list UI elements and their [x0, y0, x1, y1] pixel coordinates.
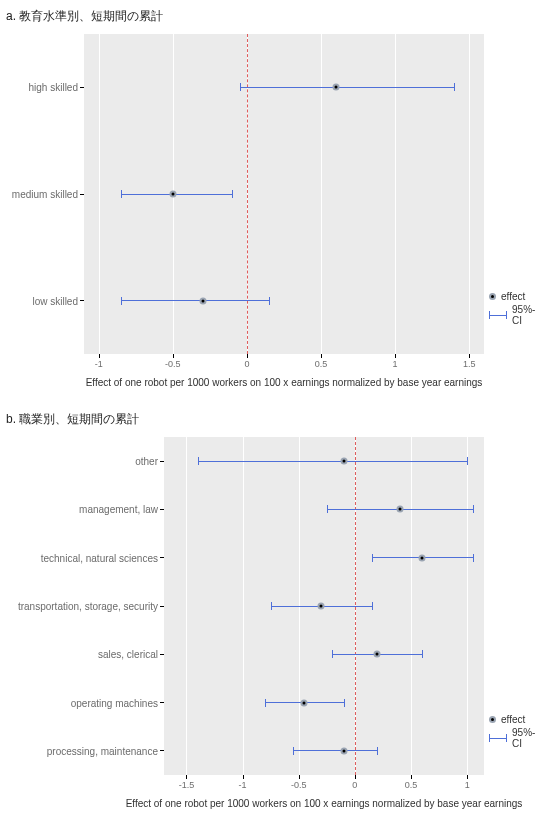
- ci-bar: [121, 300, 269, 301]
- gridline: [243, 437, 244, 775]
- x-axis-title-a: Effect of one robot per 1000 workers on …: [86, 377, 483, 388]
- x-tick-label: -1: [239, 780, 247, 790]
- category-label: low skilled: [32, 295, 84, 306]
- legend-effect-label: effect: [501, 714, 525, 725]
- legend-ci-label: 95%-CI: [512, 727, 539, 749]
- effect-point: [169, 191, 176, 198]
- chart-education: high skilledmedium skilledlow skilled -1…: [4, 29, 534, 399]
- reference-line: [247, 34, 248, 354]
- legend-effect-a: effect: [489, 291, 539, 302]
- category-label: medium skilled: [12, 189, 84, 200]
- ci-cap: [473, 505, 474, 513]
- ci-bar: [121, 194, 232, 195]
- y-tick: [160, 750, 164, 751]
- ci-cap: [422, 650, 423, 658]
- x-tick-label: -1.5: [179, 780, 195, 790]
- ci-cap: [344, 699, 345, 707]
- ci-bar: [293, 750, 377, 751]
- effect-point: [374, 651, 381, 658]
- y-tick: [80, 87, 84, 88]
- category-label: sales, clerical: [98, 649, 164, 660]
- category-label: transportation, storage, security: [18, 601, 164, 612]
- y-tick: [160, 654, 164, 655]
- ci-cap: [121, 297, 122, 305]
- x-tick-label: 0.5: [315, 359, 328, 369]
- x-tick-label: 1: [465, 780, 470, 790]
- ci-cap: [232, 190, 233, 198]
- x-tick: [186, 775, 187, 779]
- x-tick: [99, 354, 100, 358]
- ci-cap: [467, 457, 468, 465]
- ci-cap: [265, 699, 266, 707]
- y-tick: [160, 702, 164, 703]
- ci-cap: [377, 747, 378, 755]
- effect-point: [301, 699, 308, 706]
- y-tick: [160, 461, 164, 462]
- gridline: [467, 437, 468, 775]
- legend-b: effect 95%-CI: [489, 712, 539, 751]
- effect-point: [419, 554, 426, 561]
- x-tick-label: -1: [95, 359, 103, 369]
- x-tick-label: 1.5: [463, 359, 476, 369]
- ci-cap: [454, 83, 455, 91]
- point-icon: [489, 293, 496, 300]
- x-tick-label: 0: [352, 780, 357, 790]
- ci-cap: [372, 602, 373, 610]
- gridline: [469, 34, 470, 354]
- gridline: [395, 34, 396, 354]
- effect-point: [318, 603, 325, 610]
- y-tick: [160, 606, 164, 607]
- category-label: management, law: [79, 504, 164, 515]
- ci-cap: [269, 297, 270, 305]
- errorbar-icon: [489, 738, 507, 739]
- ci-cap: [473, 554, 474, 562]
- legend-effect-label: effect: [501, 291, 525, 302]
- x-tick: [321, 354, 322, 358]
- x-tick-label: -0.5: [291, 780, 307, 790]
- effect-point: [340, 458, 347, 465]
- y-tick: [160, 509, 164, 510]
- x-tick-label: -0.5: [165, 359, 181, 369]
- x-tick: [243, 775, 244, 779]
- x-tick: [247, 354, 248, 358]
- x-axis-title-b: Effect of one robot per 1000 workers on …: [126, 798, 523, 809]
- ci-cap: [240, 83, 241, 91]
- legend-effect-b: effect: [489, 714, 539, 725]
- page: a. 教育水準別、短期間の累計 high skilledmedium skill…: [0, 0, 540, 820]
- effect-point: [332, 84, 339, 91]
- y-tick: [80, 300, 84, 301]
- category-label: high skilled: [29, 82, 84, 93]
- ci-cap: [372, 554, 373, 562]
- point-icon: [489, 716, 496, 723]
- category-label: processing, maintenance: [47, 745, 164, 756]
- x-tick: [395, 354, 396, 358]
- gridline: [321, 34, 322, 354]
- ci-bar: [240, 87, 455, 88]
- legend-a: effect 95%-CI: [489, 289, 539, 328]
- x-tick: [299, 775, 300, 779]
- x-tick-label: 0: [244, 359, 249, 369]
- x-tick: [467, 775, 468, 779]
- panel-a-title: a. 教育水準別、短期間の累計: [4, 6, 536, 29]
- ci-cap: [271, 602, 272, 610]
- x-tick: [469, 354, 470, 358]
- category-label: operating machines: [71, 697, 164, 708]
- y-tick: [80, 194, 84, 195]
- x-tick: [411, 775, 412, 779]
- x-tick-label: 1: [393, 359, 398, 369]
- plot-area-b: othermanagement, lawtechnical, natural s…: [164, 437, 484, 775]
- effect-point: [340, 747, 347, 754]
- ci-bar: [198, 461, 467, 462]
- ci-cap: [121, 190, 122, 198]
- ci-cap: [327, 505, 328, 513]
- ci-cap: [332, 650, 333, 658]
- plot-area-a: high skilledmedium skilledlow skilled: [84, 34, 484, 354]
- legend-ci-b: 95%-CI: [489, 727, 539, 749]
- panel-b-title: b. 職業別、短期間の累計: [4, 409, 536, 432]
- category-label: technical, natural sciences: [41, 552, 164, 563]
- errorbar-icon: [489, 315, 507, 316]
- effect-point: [199, 297, 206, 304]
- gridline: [99, 34, 100, 354]
- ci-cap: [293, 747, 294, 755]
- gridline: [186, 437, 187, 775]
